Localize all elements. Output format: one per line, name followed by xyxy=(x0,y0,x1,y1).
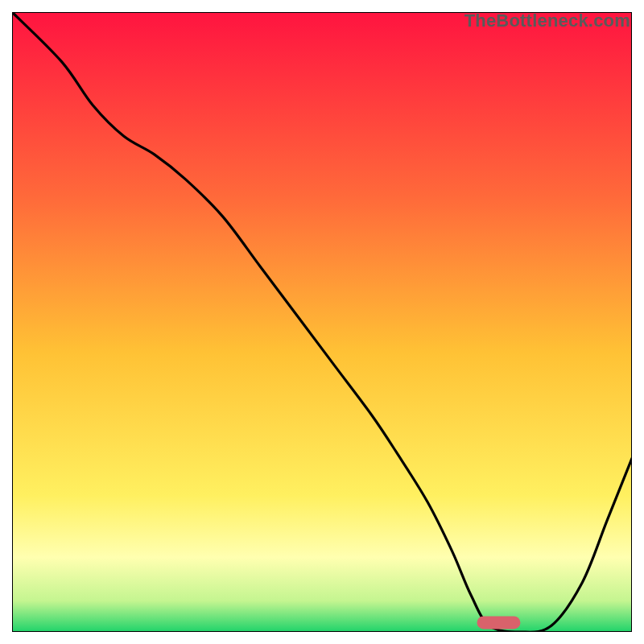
gradient-background xyxy=(12,12,632,632)
chart-frame: TheBottleneck.com xyxy=(12,12,632,632)
optimal-marker xyxy=(477,616,521,629)
chart-svg xyxy=(12,12,632,632)
watermark-text: TheBottleneck.com xyxy=(464,10,630,31)
